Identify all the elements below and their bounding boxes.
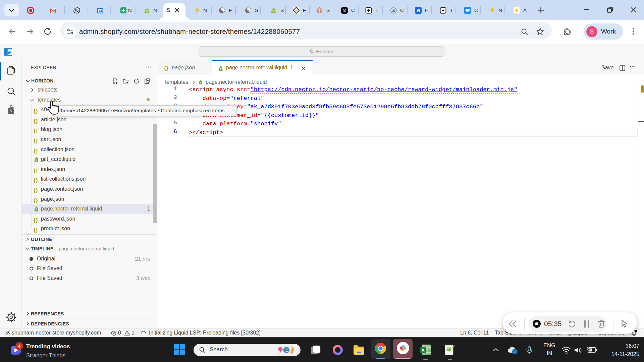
svg-text:X: X	[422, 348, 425, 353]
svg-text:S: S	[220, 68, 222, 70]
svg-text:S: S	[36, 208, 37, 210]
svg-text:14: 14	[99, 9, 102, 13]
svg-text:S: S	[10, 109, 12, 113]
svg-text:S: S	[200, 82, 201, 84]
svg-text:S: S	[36, 159, 37, 161]
svg-text:S: S	[146, 10, 148, 13]
svg-text:S: S	[273, 10, 274, 13]
